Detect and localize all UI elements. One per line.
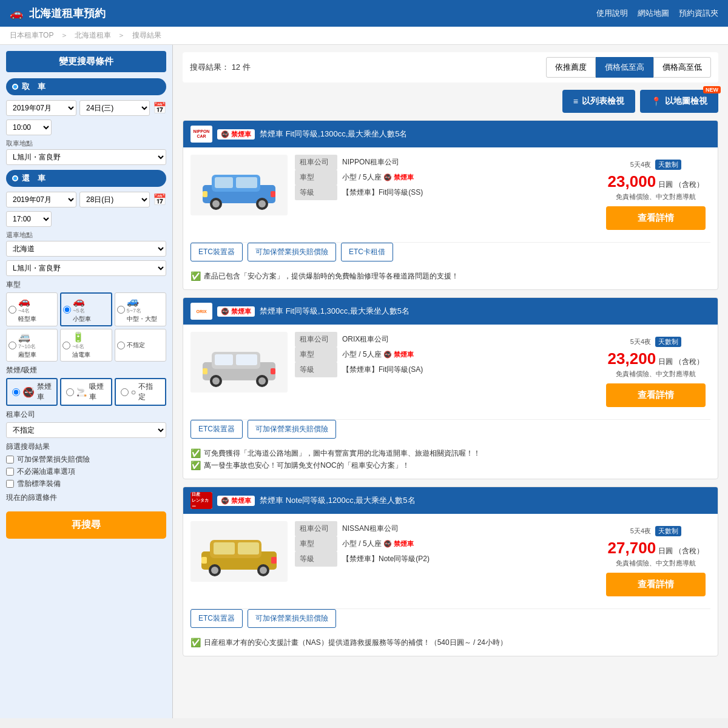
breadcrumb: 日本租車TOP ＞ 北海道租車 ＞ 搜尋結果 [0, 27, 728, 45]
pickup-calendar-icon[interactable]: 📅 [153, 101, 166, 115]
pickup-time-select[interactable]: 10:00 [6, 120, 52, 135]
car-card-2-header: ORIX 🚭 禁煙車 禁煙車 Fit同等級,1,300cc,最大乘坐人數5名 [183, 298, 718, 325]
info-text-1-0: 產品已包含「安心方案」，提供爆胎時的免費輪胎修理等各種道路問題的支援！ [204, 271, 459, 281]
return-dot [12, 175, 18, 181]
smoke-option-any[interactable]: ○ 不指定 [115, 378, 166, 406]
filter-oil-checkbox[interactable] [6, 468, 14, 476]
car-option-medium[interactable]: 🚙 5~7名 中型・大型 [115, 292, 166, 326]
sort-btn-recommended[interactable]: 依推薦度 [546, 57, 596, 78]
action-btn-etc-card-1[interactable]: ETC卡租借 [341, 243, 393, 261]
action-btn-insurance-3[interactable]: 可加保營業損失賠償險 [248, 609, 336, 628]
no-smoke-badge-2: 🚭 禁煙車 [217, 306, 255, 317]
car-card-3: 日産レンタカー 🚭 禁煙車 禁煙車 Note同等級,1200cc,最大乘坐人數5… [183, 487, 718, 656]
return-year-month-select[interactable]: 2019年07月 [6, 192, 76, 207]
header-title: 🚗 北海道租車預約 [10, 6, 106, 21]
smoke-radio-yes[interactable] [66, 388, 74, 396]
car-card-2-info-bar: ✅ 可免費獲得「北海道公路地圖」，圖中有豐富實用的北海道開車、旅遊相關資訊喔！！… [183, 445, 718, 479]
svg-point-15 [212, 377, 220, 385]
action-btn-insurance-2[interactable]: 可加保營業損失賠償險 [248, 420, 336, 439]
type-label-cell-2: 車型 [295, 347, 337, 362]
price-days-1: 5天4夜 天數制 [630, 160, 681, 170]
header-link-reservation[interactable]: 預約資訊夾 [679, 8, 718, 19]
car-card-1-info: 租車公司 NIPPON租車公司 車型 小型 / 5人座 🚭 禁煙車 等級 [295, 155, 594, 235]
car-ev-content: 🔋 ~6名 油電車 [72, 331, 90, 359]
detail-btn-2[interactable]: 查看詳情 [606, 383, 706, 407]
svg-rect-12 [215, 354, 233, 365]
car-option-ev[interactable]: 🔋 ~6名 油電車 [60, 329, 112, 362]
car-option-small[interactable]: 🚗 ~5名 小型車 [60, 292, 112, 326]
action-btn-etc-3[interactable]: ETC裝置器 [190, 609, 243, 628]
map-view-label: 以地圖檢視 [665, 96, 707, 107]
car-radio-light[interactable] [8, 306, 16, 314]
car-type-label: 車型 [6, 280, 166, 290]
smoke-option-smoke[interactable]: 🚬 吸煙車 [60, 378, 112, 406]
days-badge-2: 天數制 [655, 337, 681, 347]
return-location-select[interactable]: L旭川・富良野 [6, 260, 166, 276]
check-icon-1-0: ✅ [190, 271, 201, 281]
header-links: 使用說明 網站地圖 預約資訊夾 [596, 8, 718, 19]
sort-btn-price-asc[interactable]: 價格低至高 [596, 57, 653, 78]
action-btn-insurance-1[interactable]: 可加保營業損失賠償險 [248, 243, 336, 261]
return-calendar-icon[interactable]: 📅 [153, 193, 166, 206]
info-row-company-1: 租車公司 NIPPON租車公司 [295, 155, 594, 170]
info-text-2-0: 可免費獲得「北海道公路地圖」，圖中有豐富實用的北海道開車、旅遊相關資訊喔！！ [204, 448, 480, 459]
view-bar: ≡ 以列表檢視 NEW 📍 以地圖檢視 [183, 90, 718, 113]
info-row-type-2: 車型 小型 / 5人座 🚭 禁煙車 [295, 347, 594, 362]
price-main-1: 23,000 日圓 （含稅） [608, 172, 704, 191]
return-prefecture-select[interactable]: 北海道 [6, 241, 166, 257]
action-btn-etc-1[interactable]: ETC裝置器 [190, 243, 243, 261]
car-option-light[interactable]: 🚗 ~4名 軽型車 [6, 292, 58, 326]
car-icon: 🚗 [10, 7, 23, 20]
car-option-any[interactable]: 不指定 [115, 329, 166, 362]
car-radio-van[interactable] [8, 342, 16, 349]
search-button[interactable]: 再搜尋 [6, 511, 166, 539]
breadcrumb-region[interactable]: 北海道租車 [75, 31, 111, 39]
filter-insurance-checkbox[interactable] [6, 456, 14, 463]
action-btn-etc-2[interactable]: ETC裝置器 [190, 420, 243, 439]
svg-rect-3 [236, 177, 257, 188]
company-select[interactable]: 不指定 [6, 422, 166, 438]
car-radio-small[interactable] [63, 306, 71, 314]
sort-btn-price-desc[interactable]: 價格高至低 [653, 57, 711, 78]
filter-oil: 不必滿油還車選項 [6, 467, 166, 477]
map-view-button[interactable]: NEW 📍 以地圖檢視 [640, 90, 718, 113]
return-time-select[interactable]: 17:00 [6, 211, 52, 227]
smoke-option-no-smoke[interactable]: 🚭 禁煙車 [6, 378, 58, 406]
filter-oil-label[interactable]: 不必滿油還車選項 [17, 467, 75, 477]
info-row-grade-2: 等級 【禁煙車】Fit同等級(SA) [295, 362, 594, 377]
filter-snow-checkbox[interactable] [6, 480, 14, 488]
detail-btn-1[interactable]: 查看詳情 [606, 206, 706, 230]
pickup-location-select[interactable]: L旭川・富良野 [6, 149, 166, 165]
pickup-year-month-select[interactable]: 2019年07月 [6, 100, 76, 116]
type-value-cell-1: 小型 / 5人座 🚭 禁煙車 [337, 170, 594, 185]
grade-label-cell-3: 等級 [295, 551, 337, 567]
filter-insurance-label[interactable]: 可加保營業損失賠償險 [17, 454, 90, 465]
list-view-label: 以列表檢視 [582, 96, 624, 107]
car-small-content: 🚗 ~5名 小型車 [73, 295, 91, 323]
car-radio-any[interactable] [117, 342, 125, 349]
list-view-button[interactable]: ≡ 以列表檢視 [562, 90, 635, 113]
breadcrumb-home[interactable]: 日本租車TOP [10, 31, 53, 39]
pickup-location-row: L旭川・富良野 [6, 149, 166, 165]
price-main-3: 27,700 日圓 （含稅） [608, 539, 704, 558]
svg-rect-13 [236, 354, 257, 365]
svg-point-17 [258, 377, 266, 385]
smoke-radio-any[interactable] [121, 388, 129, 396]
car-card-1-image [190, 155, 288, 215]
return-label: 還 車 [22, 173, 46, 184]
return-day-select[interactable]: 28日(日) [79, 192, 150, 207]
company-label-cell-1: 租車公司 [295, 155, 337, 170]
car-radio-medium[interactable] [117, 306, 125, 314]
result-count-label: 搜尋結果： [190, 62, 229, 72]
header-link-sitemap[interactable]: 網站地圖 [638, 8, 669, 19]
svg-rect-2 [215, 177, 233, 188]
pickup-day-select[interactable]: 24日(三) [79, 100, 150, 116]
check-icon-2-0: ✅ [190, 448, 201, 458]
header-link-guide[interactable]: 使用說明 [596, 8, 628, 19]
smoke-radio-no[interactable] [12, 388, 20, 396]
info-row-type-3: 車型 小型 / 5人座 🚭 禁煙車 [295, 536, 594, 551]
car-radio-ev[interactable] [62, 342, 70, 349]
detail-btn-3[interactable]: 查看詳情 [606, 573, 706, 596]
filter-snow-label[interactable]: 雪胎標準裝備 [17, 479, 61, 489]
car-option-van[interactable]: 🚐 7~10名 廂型車 [6, 329, 58, 362]
